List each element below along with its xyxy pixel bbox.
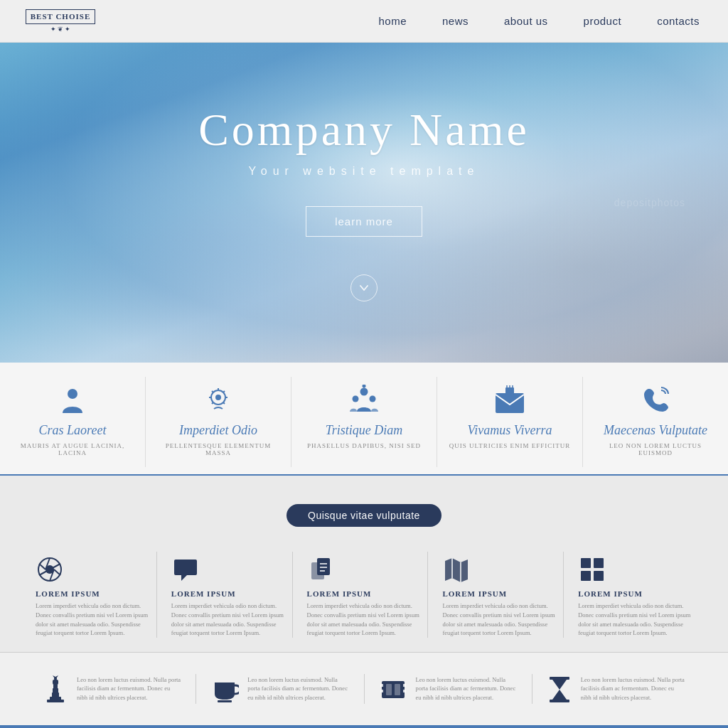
- nav-news[interactable]: news: [442, 15, 469, 27]
- grid-title-2: LOREM IPSUM: [171, 589, 236, 598]
- svg-line-23: [39, 564, 46, 569]
- feature-item-2: Imperdiet Odio PELLENTESQUE ELEMENTUM MA…: [146, 377, 291, 467]
- section2-title-wrap: Quisque vitae vulputate: [21, 504, 707, 527]
- features-strip: Cras Laoreet MAURIS AT AUGUE LACINIA, LA…: [0, 363, 728, 476]
- svg-point-24: [46, 565, 54, 574]
- learn-more-button[interactable]: learn more: [306, 206, 422, 237]
- phone-icon: [638, 384, 673, 416]
- svg-line-6: [223, 402, 225, 404]
- header: BEST CHOISE ✦ ❦ ✦ home news about us pro…: [0, 0, 728, 43]
- nav-contacts[interactable]: contacts: [657, 15, 700, 27]
- svg-marker-30: [445, 558, 468, 582]
- aperture-icon: [36, 552, 64, 584]
- svg-rect-45: [218, 700, 232, 702]
- svg-rect-16: [505, 387, 514, 395]
- hero-section: depositphotos Company Name Your website …: [0, 43, 728, 363]
- svg-point-2: [215, 395, 221, 400]
- grid-text-1: Lorem imperdiet vehicula odio non dictum…: [36, 601, 149, 638]
- footer-text-3: Leo non lorem luctus euismod. Nulla port…: [416, 675, 518, 702]
- feature-item-3: Tristique Diam PHASELLUS DAPIBUS, NISI S…: [291, 377, 437, 467]
- grid-title-3: LOREM IPSUM: [307, 589, 372, 598]
- team-icon: [347, 384, 381, 416]
- svg-rect-51: [386, 684, 392, 695]
- brain-icon: [203, 384, 234, 416]
- svg-point-0: [68, 389, 77, 399]
- svg-rect-42: [53, 680, 58, 685]
- hero-title: Company Name: [198, 104, 530, 156]
- grid-title-5: LOREM IPSUM: [578, 589, 643, 598]
- grid-text-3: Lorem imperdiet vehicula odio non dictum…: [307, 601, 421, 638]
- feature-item-5: Maecenas Vulputate LEO NON LOREM LUCTUS …: [583, 377, 728, 467]
- feature-title-5: Maecenas Vulputate: [604, 423, 707, 438]
- feature-subtitle-1: MAURIS AT AUGUE LACINIA, LACINA: [11, 442, 134, 456]
- svg-rect-35: [581, 571, 591, 581]
- map-icon: [442, 552, 471, 584]
- svg-rect-33: [581, 558, 591, 568]
- footer-text-2: Leo non lorem luctus euismod. Nulla port…: [247, 675, 349, 702]
- feature-title-4: Vivamus Viverra: [468, 423, 552, 438]
- svg-rect-15: [496, 393, 524, 413]
- logo[interactable]: BEST CHOISE ✦ ❦ ✦: [21, 9, 100, 33]
- svg-rect-49: [403, 684, 406, 687]
- film-icon: [379, 674, 407, 704]
- svg-point-13: [363, 385, 366, 388]
- footer-text-1: Leo non lorem luctus euismod. Nulla port…: [77, 675, 181, 702]
- svg-point-12: [370, 396, 376, 402]
- section2: Quisque vitae vulputate LOREM IPSUM Lore…: [0, 476, 728, 652]
- svg-rect-36: [594, 571, 604, 581]
- grid-feature-5: LOREM IPSUM Lorem imperdiet vehicula odi…: [571, 552, 700, 638]
- svg-rect-47: [380, 684, 383, 687]
- svg-marker-44: [53, 675, 58, 678]
- feature-item-1: Cras Laoreet MAURIS AT AUGUE LACINIA, LA…: [0, 377, 146, 467]
- section2-badge: Quisque vitae vulputate: [287, 504, 441, 527]
- svg-rect-39: [52, 692, 59, 697]
- svg-line-4: [223, 391, 225, 392]
- svg-rect-34: [594, 558, 604, 568]
- feature-title-1: Cras Laoreet: [39, 423, 107, 438]
- grid-feature-1: LOREM IPSUM Lorem imperdiet vehicula odi…: [28, 552, 157, 638]
- feature-item-4: Vivamus Viverra QUIS ULTRICIES ENIM EFFI…: [437, 377, 583, 467]
- grid-feature-3: LOREM IPSUM Lorem imperdiet vehicula odi…: [300, 552, 429, 638]
- logo-text: BEST CHOISE: [26, 9, 95, 24]
- logo-ornament: ✦ ❦ ✦: [50, 26, 71, 33]
- hourglass-icon: [547, 674, 572, 704]
- scroll-down-button[interactable]: [350, 274, 378, 301]
- nav-home[interactable]: home: [378, 15, 407, 27]
- svg-rect-53: [550, 677, 569, 680]
- grid-icon: [578, 552, 606, 584]
- svg-rect-41: [53, 684, 58, 689]
- grid-title-1: LOREM IPSUM: [36, 589, 100, 598]
- svg-point-10: [360, 388, 368, 396]
- features-grid: LOREM IPSUM Lorem imperdiet vehicula odi…: [21, 552, 707, 638]
- svg-rect-26: [317, 558, 330, 575]
- nav-product[interactable]: product: [584, 15, 622, 27]
- grid-text-2: Lorem imperdiet vehicula odio non dictum…: [171, 601, 285, 638]
- feature-subtitle-5: LEO NON LOREM LUCTUS EUISMOD: [594, 442, 717, 456]
- hero-content: Company Name Your website template learn…: [198, 104, 530, 301]
- footer-item-3: Leo non lorem luctus euismod. Nulla port…: [365, 674, 532, 704]
- svg-rect-48: [380, 690, 383, 692]
- svg-rect-40: [53, 688, 58, 693]
- feature-subtitle-2: PELLENTESQUE ELEMENTUM MASSA: [156, 442, 280, 456]
- svg-rect-50: [403, 690, 406, 692]
- nav-about[interactable]: about us: [504, 15, 548, 27]
- hero-subtitle: Your website template: [198, 165, 530, 178]
- svg-line-20: [54, 569, 60, 575]
- grid-feature-2: LOREM IPSUM Lorem imperdiet vehicula odi…: [164, 552, 293, 638]
- watermark: depositphotos: [614, 197, 685, 208]
- footer-item-4: Leo non lorem luctus euismod. Nulla port…: [532, 674, 700, 704]
- grid-text-5: Lorem imperdiet vehicula odio non dictum…: [578, 601, 692, 638]
- mail-icon: [493, 384, 527, 416]
- feature-subtitle-3: PHASELLUS DAPIBUS, NISI SED: [307, 442, 421, 449]
- svg-rect-52: [395, 684, 400, 695]
- svg-point-11: [353, 396, 359, 402]
- cup-icon: [210, 674, 239, 704]
- person-icon: [57, 384, 88, 416]
- grid-title-4: LOREM IPSUM: [442, 589, 507, 598]
- footer-text-4: Leo non lorem luctus euismod. Nulla port…: [581, 675, 685, 702]
- feature-title-2: Imperdiet Odio: [179, 423, 257, 438]
- chat-icon: [171, 552, 200, 584]
- chess-icon: [43, 674, 68, 704]
- feature-title-3: Tristique Diam: [326, 423, 403, 438]
- files-icon: [307, 552, 336, 584]
